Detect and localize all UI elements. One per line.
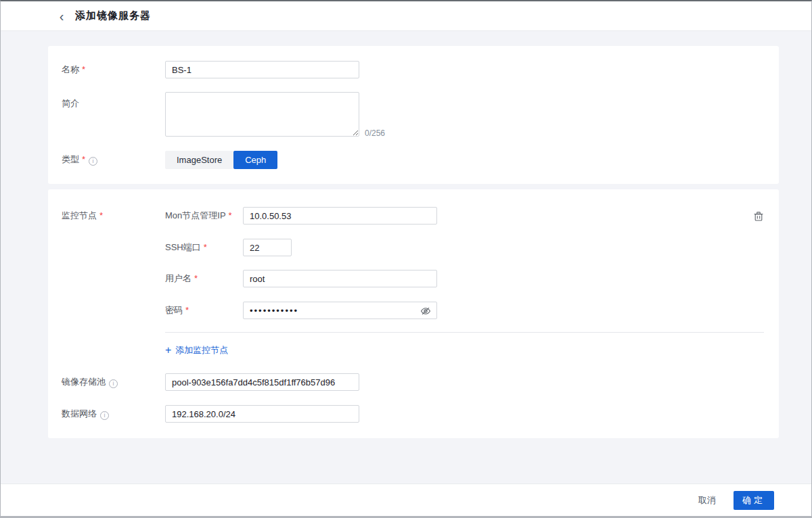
ssh-port-input[interactable]	[243, 239, 292, 256]
required-mark: *	[82, 154, 85, 164]
footer-action-bar: 取消 确定	[1, 484, 811, 516]
char-counter: 0/256	[365, 128, 385, 138]
plus-icon: +	[165, 346, 171, 355]
username-input[interactable]	[243, 270, 437, 287]
image-pool-input[interactable]	[165, 373, 359, 391]
type-label: 类型*i	[62, 151, 97, 168]
password-label: 密码*	[165, 302, 189, 319]
mon-ip-label: Mon节点管理IP*	[165, 207, 232, 225]
back-button[interactable]: ‹	[53, 8, 70, 24]
type-option-ceph[interactable]: Ceph	[233, 151, 277, 169]
name-label: 名称*	[62, 61, 85, 78]
confirm-button[interactable]: 确定	[734, 491, 774, 510]
mon-ip-input[interactable]	[243, 207, 437, 225]
required-mark: *	[185, 305, 189, 315]
section-divider	[165, 332, 764, 333]
add-monitor-node-label: 添加监控节点	[175, 344, 228, 356]
required-mark: *	[82, 64, 85, 74]
required-mark: *	[229, 210, 232, 220]
monitor-storage-card: 监控节点* Mon节点管理IP* SSH端口* 用户名*	[48, 189, 779, 438]
cancel-button[interactable]: 取消	[698, 494, 716, 507]
page-title: 添加镜像服务器	[75, 9, 151, 22]
toggle-password-visibility-button[interactable]	[420, 305, 432, 317]
image-pool-label: 镜像存储池i	[62, 373, 118, 391]
password-input[interactable]	[243, 302, 437, 319]
data-network-label: 数据网络i	[62, 405, 109, 423]
info-icon[interactable]: i	[100, 411, 109, 420]
page-header: ‹ 添加镜像服务器	[1, 1, 811, 31]
type-option-imagestore[interactable]: ImageStore	[165, 151, 233, 169]
ssh-port-label: SSH端口*	[165, 239, 207, 256]
description-textarea[interactable]	[165, 92, 359, 137]
eye-slash-icon	[420, 305, 432, 317]
data-network-input[interactable]	[165, 405, 359, 423]
username-label: 用户名*	[165, 270, 198, 287]
info-icon[interactable]: i	[109, 379, 118, 388]
delete-node-button[interactable]	[752, 210, 765, 222]
basic-info-card: 名称* 简介 0/256 类型*i ImageStore Ceph	[48, 46, 779, 184]
monitor-group-label: 监控节点*	[62, 207, 103, 225]
required-mark: *	[99, 210, 103, 220]
description-label: 简介	[62, 95, 79, 112]
back-chevron-icon: ‹	[60, 9, 64, 23]
type-toggle-group: ImageStore Ceph	[165, 151, 277, 169]
info-icon[interactable]: i	[89, 157, 97, 166]
add-image-server-page: ‹ 添加镜像服务器 名称* 简介 0/256 类型*i ImageStore C…	[0, 0, 812, 518]
required-mark: *	[194, 273, 198, 283]
name-input[interactable]	[165, 61, 359, 78]
add-monitor-node-link[interactable]: + 添加监控节点	[165, 344, 228, 356]
required-mark: *	[204, 242, 207, 252]
trash-icon	[752, 210, 765, 222]
